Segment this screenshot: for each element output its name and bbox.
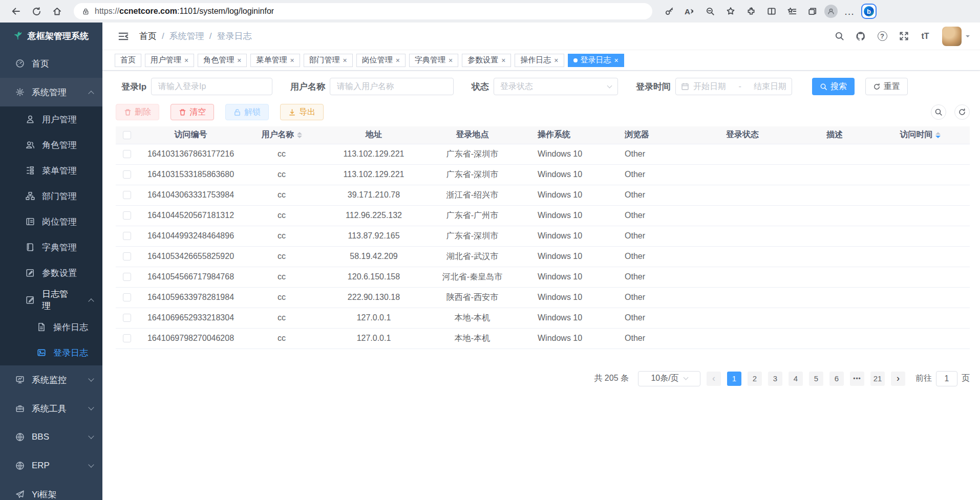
sidebar-item-dict-management[interactable]: 字典管理 [0,234,102,260]
reset-button[interactable]: 重置 [865,78,908,95]
avatar-dropdown-caret[interactable] [966,35,970,39]
address-bar[interactable]: https://ccnetcore.com:1101/system/log/lo… [74,3,652,19]
col-visit-time[interactable]: 访问时间 [870,126,970,144]
user-avatar[interactable] [942,27,962,46]
favorites-bar-icon[interactable] [783,3,801,20]
close-icon[interactable]: × [554,56,558,64]
tab-role-management[interactable]: 角色管理× [198,54,247,67]
delete-button[interactable]: 删除 [116,104,159,120]
tab-param-settings[interactable]: 参数设置× [462,54,511,67]
row-checkbox[interactable] [123,334,131,342]
close-icon[interactable]: × [343,56,347,64]
sidebar-item-user-management[interactable]: 用户管理 [0,106,102,132]
row-checkbox[interactable] [123,273,131,281]
date-end[interactable]: 结束日期 [754,81,786,92]
github-icon[interactable] [852,28,869,45]
row-checkbox[interactable] [123,150,131,158]
row-checkbox[interactable] [123,314,131,322]
page-button-4[interactable]: 4 [789,372,803,386]
font-size-icon[interactable]: tT [917,28,934,45]
close-icon[interactable]: × [396,56,400,64]
page-button-5[interactable]: 5 [809,372,823,386]
password-key-icon[interactable] [661,3,678,20]
tab-post-management[interactable]: 岗位管理× [356,54,406,67]
row-checkbox[interactable] [123,293,131,301]
row-checkbox[interactable] [123,232,131,240]
unlock-button[interactable]: 解锁 [225,104,269,120]
close-icon[interactable]: × [237,56,241,64]
sort-carets[interactable] [935,132,941,138]
sidebar-item-operation-log[interactable]: 操作日志 [0,314,102,340]
header-search-icon[interactable] [830,28,848,45]
tab-dict-management[interactable]: 字典管理× [409,54,458,67]
table-row[interactable]: 1641043063331753984cc39.171.210.78浙江省-绍兴… [116,185,970,205]
browser-profile-avatar[interactable] [824,5,838,18]
login-ip-input[interactable] [151,78,272,95]
row-checkbox[interactable] [123,211,131,220]
table-row[interactable]: 1641044520567181312cc112.96.225.132广东省-广… [116,205,970,226]
user-name-input[interactable] [330,78,454,95]
table-row[interactable]: 1641054566717984768cc120.6.150.158河北省-秦皇… [116,267,970,287]
table-row[interactable]: 1641053426655825920cc58.19.42.209湖北省-武汉市… [116,246,970,267]
more-pages-button[interactable]: ••• [850,372,864,386]
date-range-picker[interactable]: 开始日期 - 结束日期 [675,78,792,95]
sidebar-item-menu-management[interactable]: 菜单管理 [0,158,102,183]
sidebar-item-erp[interactable]: ERP [0,451,102,480]
page-button-6[interactable]: 6 [829,372,844,386]
page-button-1[interactable]: 1 [727,372,741,386]
close-icon[interactable]: × [614,56,619,64]
sidebar-toggle-icon[interactable] [115,28,132,45]
breadcrumb-system[interactable]: 系统管理 [169,30,204,42]
browser-menu-icon[interactable]: ... [841,3,858,20]
next-page-button[interactable]: › [891,372,905,386]
select-all-checkbox[interactable] [123,131,131,139]
page-size-select[interactable]: 10条/页 [638,371,700,386]
tab-operation-log[interactable]: 操作日志× [515,54,564,67]
sidebar-item-dept-management[interactable]: 部门管理 [0,183,102,209]
close-icon[interactable]: × [184,56,188,64]
sidebar-item-system-tools[interactable]: 系统工具 [0,394,102,423]
extensions-icon[interactable] [742,3,760,20]
page-button-3[interactable]: 3 [768,372,782,386]
sidebar-item-bbs[interactable]: BBS [0,423,102,451]
table-row[interactable]: 1641069798270046208cc127.0.0.1本地-本机Windo… [116,328,970,349]
search-button[interactable]: 搜索 [812,78,855,95]
browser-back-icon[interactable] [7,3,25,20]
tab-home[interactable]: 首页 [115,54,141,67]
tab-dept-management[interactable]: 部门管理× [304,54,353,67]
date-start[interactable]: 开始日期 [693,81,726,92]
close-icon[interactable]: × [290,56,294,64]
tab-user-management[interactable]: 用户管理× [145,54,194,67]
sidebar-item-yi-framework[interactable]: Yi框架 [0,480,102,500]
sidebar-item-system-management[interactable]: 系统管理 [0,78,102,106]
fullscreen-icon[interactable] [895,28,912,45]
sort-carets[interactable] [297,132,302,138]
table-row[interactable]: 1641059633978281984cc222.90.130.18陕西省-西安… [116,287,970,308]
sidebar-item-post-management[interactable]: 岗位管理 [0,209,102,234]
status-select[interactable]: 登录状态 [494,78,618,95]
sidebar-item-system-monitor[interactable]: 系统监控 [0,365,102,394]
table-row[interactable]: 1641069652933218304cc127.0.0.1本地-本机Windo… [116,308,970,328]
page-button-21[interactable]: 21 [870,372,885,386]
page-button-2[interactable]: 2 [748,372,762,386]
sidebar-item-home[interactable]: 首页 [0,49,102,78]
row-checkbox[interactable] [123,252,131,260]
tab-login-log[interactable]: 登录日志× [568,54,624,67]
collections-icon[interactable] [804,3,821,20]
browser-home-icon[interactable] [48,3,66,20]
clear-button[interactable]: 清空 [171,104,214,120]
table-row[interactable]: 1641031533185863680cc113.102.129.221广东省-… [116,164,970,185]
col-user-name[interactable]: 用户名称 [243,126,320,144]
copilot-icon[interactable]: b [861,4,877,19]
sidebar-item-param-settings[interactable]: 参数设置 [0,260,102,286]
sidebar-item-login-log[interactable]: 登录日志 [0,340,102,365]
app-logo[interactable]: 意框架管理系统 [0,23,102,49]
help-icon[interactable]: ? [874,28,891,45]
close-icon[interactable]: × [501,56,505,64]
row-checkbox[interactable] [123,170,131,179]
sidebar-item-log-management[interactable]: 日志管理 [0,286,102,314]
table-search-toggle-icon[interactable] [931,104,946,120]
browser-refresh-icon[interactable] [28,3,45,20]
tab-menu-management[interactable]: 菜单管理× [250,54,300,67]
read-aloud-icon[interactable]: A [681,3,698,20]
